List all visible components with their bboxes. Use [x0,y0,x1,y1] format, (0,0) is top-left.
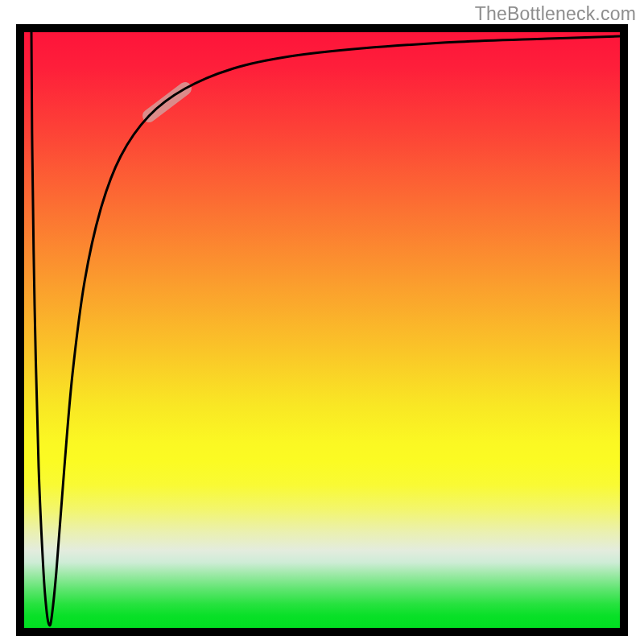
curve-line [31,32,620,625]
chart-container: TheBottleneck.com [0,0,644,644]
curve-svg [24,32,620,628]
plot-area [24,32,620,628]
plot-frame [16,24,628,636]
watermark-text: TheBottleneck.com [475,3,636,25]
